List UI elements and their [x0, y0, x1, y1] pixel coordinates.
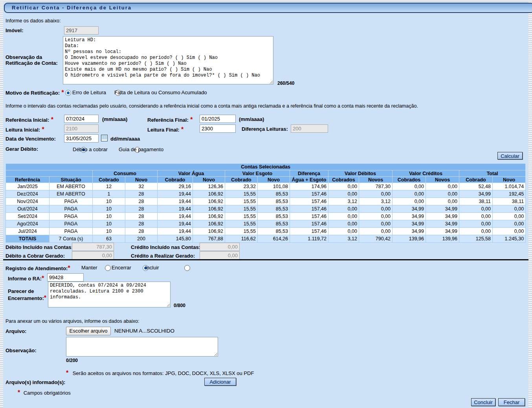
- col-esgoto-novo: Novo: [258, 177, 290, 183]
- section-divider: [3, 259, 528, 260]
- table-cell: 0,00: [459, 228, 493, 235]
- table-cell: 28: [125, 205, 158, 213]
- table-cell: 192,45: [493, 190, 526, 198]
- table-cell: PAGA: [50, 220, 93, 228]
- table-cell: 34,99: [426, 228, 459, 235]
- table-cell: 106,92: [193, 190, 225, 198]
- parecer-textarea[interactable]: DEFERIDO, contas 07/2024 a 09/2024 recal…: [48, 282, 171, 307]
- contas-table-wrap: Contas Selecionadas Consumo Valor Água V…: [6, 163, 526, 243]
- arquivo-label: Arquivo:: [6, 328, 26, 334]
- referencia-final-asterisk: *: [190, 116, 193, 123]
- ra-input[interactable]: [47, 273, 84, 282]
- table-cell: 34,99: [459, 190, 493, 198]
- leitura-inicial-input[interactable]: [64, 124, 99, 133]
- table-cell: 101,08: [258, 183, 290, 190]
- table-cell: 85,53: [258, 220, 290, 228]
- table-cell: 34,99: [426, 205, 459, 213]
- table-cell: 787,30: [359, 183, 393, 190]
- observacao-retificacao-textarea[interactable]: Leitura HD: Data: Nº pessoas no local: O…: [63, 36, 273, 84]
- group-header-consumo: Consumo: [93, 170, 158, 177]
- referencia-inicial-asterisk: *: [51, 116, 53, 123]
- referencia-final-input[interactable]: [200, 115, 236, 123]
- table-cell: Out/2024: [6, 205, 50, 213]
- table-cell: TOTAIS: [6, 235, 50, 243]
- table-cell: 12: [93, 183, 125, 190]
- radio-incluir-label[interactable]: Incluir: [145, 265, 159, 271]
- table-cell: 85,53: [258, 205, 290, 213]
- group-header-valor-debitos: Valor Débitos: [328, 170, 393, 177]
- table-cell: 63: [93, 235, 125, 243]
- leitura-final-input[interactable]: [200, 124, 236, 133]
- parecer-label-wrap: Parecer de Encerramento:*: [8, 287, 50, 302]
- credito-incluido-field[interactable]: [200, 243, 240, 251]
- leitura-inicial-asterisk: *: [42, 126, 44, 133]
- debito-cobrar-field[interactable]: [72, 251, 114, 260]
- concluir-button[interactable]: Concluir: [471, 398, 495, 406]
- registro-label-wrap: Registro de Atendimento:*: [6, 265, 70, 272]
- col-total-novo: Novo: [493, 177, 526, 183]
- imovel-field[interactable]: [64, 26, 99, 35]
- table-cell: 126,36: [193, 183, 225, 190]
- radio-manter[interactable]: [105, 265, 111, 271]
- table-cell: 19,44: [158, 213, 193, 220]
- table-cell: 34,99: [393, 228, 426, 235]
- table-cell: Dez/2024: [6, 190, 50, 198]
- table-cell: 29,16: [158, 183, 193, 190]
- calendar-icon[interactable]: [101, 135, 108, 141]
- radio-erro-de-leitura[interactable]: [65, 90, 71, 96]
- referencia-final-hint: (mm/aaaa): [239, 116, 264, 122]
- table-cell: 10: [93, 198, 125, 205]
- table-cell: 15,55: [225, 228, 258, 235]
- group-header-total: Total: [459, 170, 526, 177]
- vencimento-hint: dd/mm/aaaa: [110, 136, 140, 142]
- table-cell: 19,44: [158, 190, 193, 198]
- parecer-asterisk: *: [44, 295, 46, 301]
- table-cell: 106,92: [193, 205, 225, 213]
- credito-realizar-field[interactable]: [200, 251, 240, 260]
- debito-incluido-field[interactable]: [72, 243, 114, 251]
- table-cell: 52,48: [459, 183, 493, 190]
- group-header-valor-creditos: Valor Créditos: [393, 170, 459, 177]
- table-cell: 10: [93, 213, 125, 220]
- radio-debito-a-cobrar-label[interactable]: Débito a cobrar: [73, 146, 108, 152]
- adicionar-button[interactable]: Adicionar: [204, 378, 236, 386]
- radio-manter-label[interactable]: Manter: [81, 265, 97, 271]
- col-consumo-novo: Novo: [125, 177, 158, 183]
- col-agua-novo: Novo: [193, 177, 225, 183]
- conta-row: Out/2024PAGA102819,44106,9215,5585,53157…: [6, 205, 526, 213]
- retificar-conta-panel: Retificar Conta - Diferença de Leitura I…: [3, 2, 528, 408]
- diferenca-leituras-input[interactable]: [291, 124, 328, 133]
- radio-encerrar-label[interactable]: Encerrar: [112, 265, 131, 271]
- arquivos-informados-label: Arquivo(s) informado(s):: [6, 379, 65, 385]
- table-cell: 0,00: [426, 198, 459, 205]
- radio-incluir[interactable]: [184, 265, 190, 271]
- table-cell: 0,00: [328, 190, 359, 198]
- table-group-header-row: Consumo Valor Água Valor Esgoto Diferenç…: [6, 170, 526, 177]
- observacao-arquivo-textarea[interactable]: [66, 337, 218, 357]
- registro-label: Registro de Atendimento:: [6, 265, 68, 271]
- radio-erro-de-leitura-label[interactable]: Erro de Leitura: [72, 90, 106, 95]
- required-note-wrap: * Campos obrigatórios: [18, 389, 71, 396]
- escolher-arquivo-button[interactable]: Escolher arquivo: [66, 327, 111, 335]
- radio-falta-de-leitura-label[interactable]: Falta de Leitura ou Consumo Acumulado: [114, 90, 207, 95]
- table-cell: 157,46: [290, 213, 328, 220]
- motivo-required-asterisk: *: [61, 89, 64, 96]
- conta-row: Jul/2024PAGA102819,44106,9215,5585,53157…: [6, 228, 526, 235]
- calcular-button[interactable]: Calcular: [497, 152, 523, 159]
- table-cell: 34,99: [393, 220, 426, 228]
- leitura-final-asterisk: *: [181, 126, 183, 133]
- table-cell: 0,00: [426, 183, 459, 190]
- ra-label: Informe o RA:: [8, 276, 42, 282]
- table-cell: 1.119,72: [290, 235, 328, 243]
- fechar-button[interactable]: Fechar: [498, 398, 525, 406]
- radio-guia-de-pagamento-label[interactable]: Guia de pagamento: [119, 146, 163, 152]
- col-consumo-cobrado: Cobrado: [93, 177, 125, 183]
- table-cell: 15,55: [225, 205, 258, 213]
- table-cell: 0,00: [328, 213, 359, 220]
- table-cell: 125,58: [459, 235, 493, 243]
- table-cell: 85,53: [258, 228, 290, 235]
- vencimento-input[interactable]: [64, 134, 99, 143]
- table-cell: 1.245,30: [493, 235, 526, 243]
- referencia-inicial-input[interactable]: [64, 115, 99, 123]
- table-cell: PAGA: [50, 213, 93, 220]
